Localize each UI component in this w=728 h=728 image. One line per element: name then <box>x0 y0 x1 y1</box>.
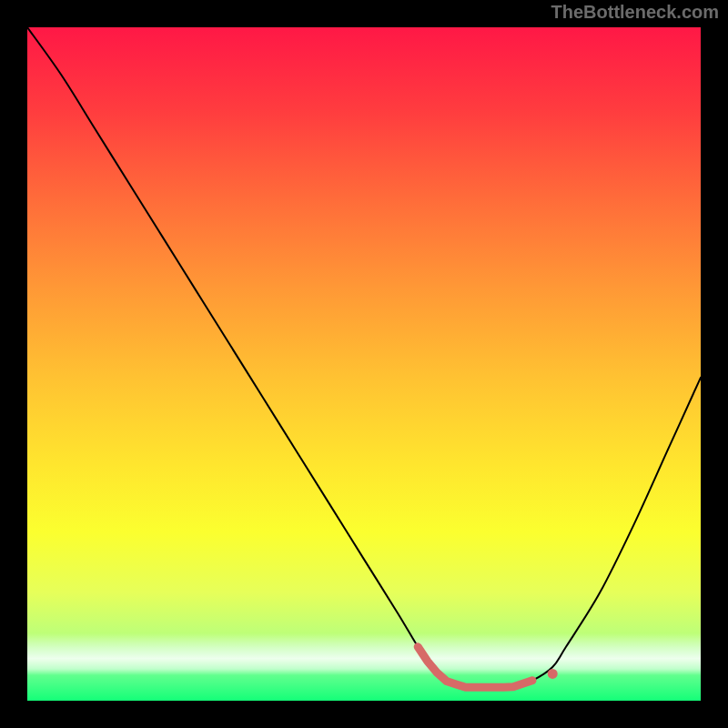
watermark-text: TheBottleneck.com <box>551 2 719 23</box>
chart-container: TheBottleneck.com <box>0 0 728 728</box>
bottleneck-curve <box>27 27 701 701</box>
optimal-range-marker <box>418 647 532 687</box>
optimal-point-marker <box>548 669 558 679</box>
plot-area <box>27 27 701 701</box>
